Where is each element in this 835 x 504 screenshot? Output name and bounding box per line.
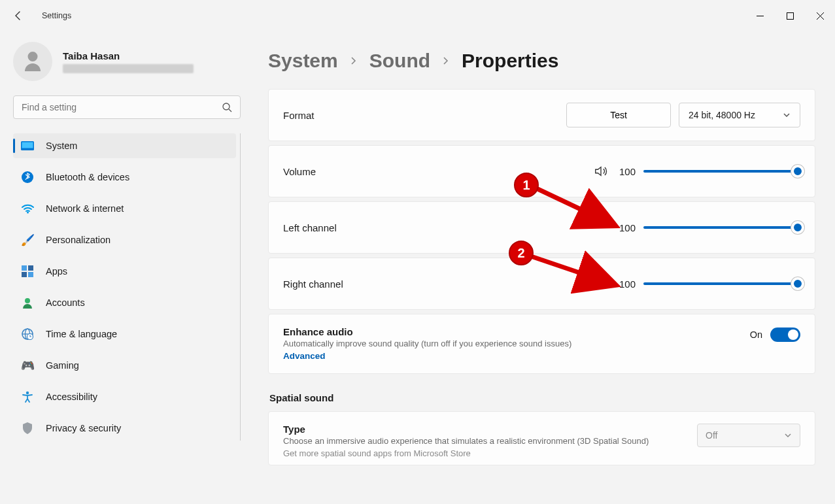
enhance-toggle[interactable] [770,328,800,342]
display-icon [21,139,34,152]
avatar [13,42,52,81]
app-title: Settings [42,11,71,20]
nav-item-apps[interactable]: Apps [13,259,236,284]
enhance-audio-card: Enhance audio Automatically improve soun… [268,314,815,374]
profile-block[interactable]: Taiba Hasan [13,42,241,81]
slider-thumb[interactable] [791,221,804,234]
back-button[interactable] [5,3,31,29]
right-channel-label: Right channel [283,278,343,290]
breadcrumb-current: Properties [462,50,558,72]
svg-rect-0 [787,12,793,19]
search-input[interactable] [22,102,222,112]
enhance-title: Enhance audio [283,326,750,337]
slider-thumb[interactable] [791,165,804,178]
nav-label: Network & internet [46,203,124,214]
maximize-button[interactable] [775,5,805,26]
apps-icon [21,265,34,278]
nav-label: Time & language [46,329,117,339]
bluetooth-icon [21,171,34,184]
chevron-right-icon [350,54,358,68]
annotation-badge-2: 2 [509,241,534,265]
svg-point-10 [25,298,30,303]
left-channel-label: Left channel [283,222,337,233]
breadcrumb: System Sound Properties [268,50,815,72]
spatial-title: Type [283,424,684,435]
toggle-knob [788,329,798,340]
accessibility-icon [21,390,34,403]
paintbrush-icon: 🖌️ [21,233,34,246]
nav-label: Privacy & security [46,423,121,433]
format-selected: 24 bit, 48000 Hz [689,110,755,120]
nav-label: Gaming [46,360,79,371]
enhance-state: On [750,329,762,340]
annotation-arrow-1 [530,182,621,234]
breadcrumb-sound[interactable]: Sound [369,50,430,72]
svg-line-15 [536,188,608,222]
titlebar: Settings [0,0,835,31]
chevron-down-icon [784,431,792,439]
nav-item-gaming[interactable]: 🎮 Gaming [13,353,236,378]
test-button[interactable]: Test [566,103,671,127]
profile-email-redacted [63,64,194,73]
account-icon [21,296,34,309]
profile-name: Taiba Hasan [63,50,194,61]
sidebar: Taiba Hasan System Bluetooth & devices [0,31,248,504]
enhance-subtitle: Automatically improve sound quality (tur… [283,339,750,348]
maximize-icon [787,12,794,20]
right-channel-slider[interactable] [643,282,800,285]
svg-rect-9 [28,272,33,277]
gamepad-icon: 🎮 [21,359,34,372]
close-button[interactable] [805,5,835,26]
arrow-left-icon [13,10,24,21]
svg-point-1 [223,103,230,110]
breadcrumb-system[interactable]: System [268,50,338,72]
spatial-select[interactable]: Off [697,424,800,447]
annotation-badge-1: 1 [514,173,539,197]
nav-label: Personalization [46,235,111,245]
enhance-advanced-link[interactable]: Advanced [283,351,326,361]
nav-item-system[interactable]: System [13,133,236,158]
nav-label: Accessibility [46,392,97,402]
svg-line-16 [531,256,608,282]
close-icon [817,12,824,20]
chevron-down-icon [783,111,791,119]
format-label: Format [283,110,315,121]
spatial-subtitle: Choose an immersive audio experience tha… [283,436,675,446]
svg-rect-7 [28,265,33,271]
format-select[interactable]: 24 bit, 48000 Hz [679,103,800,127]
minimize-button[interactable] [745,5,775,26]
nav-item-accounts[interactable]: Accounts [13,290,236,315]
nav-label: Bluetooth & devices [46,172,129,182]
nav-label: Accounts [46,297,85,308]
spatial-heading: Spatial sound [269,392,815,403]
minimize-icon [757,12,764,20]
nav-list: System Bluetooth & devices Network & int… [13,133,241,441]
svg-point-5 [27,211,29,213]
nav-item-time-language[interactable]: Time & language [13,322,236,346]
nav-item-personalization[interactable]: 🖌️ Personalization [13,227,236,252]
slider-thumb[interactable] [791,277,804,290]
annotation-arrow-2 [524,250,622,295]
speaker-icon [594,164,608,178]
volume-label: Volume [283,166,316,177]
nav-item-privacy[interactable]: Privacy & security [13,416,236,441]
nav-item-accessibility[interactable]: Accessibility [13,384,236,409]
svg-rect-6 [22,265,27,271]
chevron-right-icon [442,54,450,68]
search-icon [222,102,232,112]
svg-point-14 [26,392,29,394]
svg-rect-8 [22,272,27,277]
nav-label: Apps [46,266,67,277]
wifi-icon [21,202,34,215]
spatial-more: Get more spatial sound apps from Microso… [283,448,684,458]
volume-slider[interactable] [643,170,800,173]
window-controls [745,5,835,26]
nav-item-network[interactable]: Network & internet [13,196,236,221]
spatial-card: Type Choose an immersive audio experienc… [268,411,815,465]
search-box[interactable] [13,95,241,119]
globe-clock-icon [21,328,34,341]
left-channel-slider[interactable] [643,226,800,229]
spatial-selected: Off [706,430,717,441]
nav-item-bluetooth[interactable]: Bluetooth & devices [13,165,236,190]
shield-icon [21,422,34,435]
